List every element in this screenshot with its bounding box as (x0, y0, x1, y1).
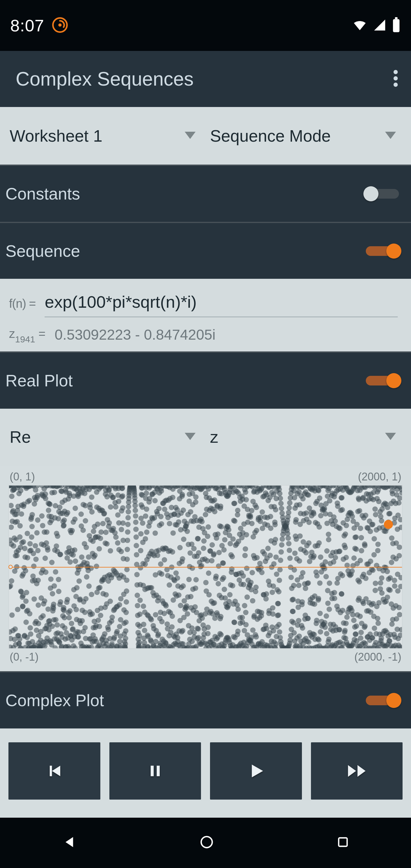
svg-point-1668 (333, 555, 338, 560)
svg-point-1822 (363, 513, 368, 518)
axis-origin-marker (8, 565, 13, 569)
svg-point-1392 (278, 550, 284, 555)
svg-point-1704 (340, 573, 345, 578)
svg-point-954 (192, 604, 198, 610)
svg-point-494 (102, 631, 107, 637)
svg-point-1857 (370, 635, 375, 641)
worksheet-dropdown[interactable]: Worksheet 1 (10, 107, 201, 164)
svg-point-1236 (248, 515, 253, 520)
play-button[interactable] (210, 742, 302, 800)
svg-point-602 (123, 620, 129, 625)
back-button[interactable] (62, 835, 77, 851)
svg-point-957 (193, 499, 198, 505)
worksheet-label: Worksheet 1 (10, 126, 102, 146)
svg-point-70 (19, 512, 24, 517)
svg-point-1630 (325, 601, 330, 606)
svg-point-692 (141, 622, 147, 627)
mode-dropdown[interactable]: Sequence Mode (201, 107, 401, 164)
svg-point-586 (120, 505, 125, 510)
svg-point-1590 (317, 611, 323, 616)
svg-point-1468 (293, 517, 299, 523)
sequence-toggle[interactable] (363, 242, 402, 260)
variable-dropdown[interactable]: z (201, 409, 401, 466)
svg-point-678 (138, 531, 144, 536)
svg-point-649 (133, 503, 138, 508)
svg-point-155 (35, 578, 41, 583)
svg-point-894 (181, 507, 186, 513)
svg-point-1905 (379, 590, 384, 596)
svg-point-265 (57, 504, 62, 510)
svg-point-237 (52, 583, 57, 589)
skip-previous-button[interactable] (8, 742, 100, 800)
svg-point-1775 (354, 623, 359, 629)
svg-point-1438 (287, 638, 293, 643)
svg-point-1486 (297, 502, 302, 507)
svg-point-1993 (397, 553, 402, 558)
fn-input[interactable] (44, 290, 398, 317)
svg-point-517 (106, 520, 112, 526)
svg-point-384 (81, 527, 86, 533)
svg-point-896 (181, 536, 187, 542)
svg-point-1377 (276, 601, 281, 607)
svg-point-1318 (264, 626, 270, 631)
svg-point-1753 (349, 568, 355, 574)
pause-button[interactable] (109, 742, 201, 800)
svg-point-1339 (268, 526, 273, 531)
svg-point-268 (58, 552, 63, 557)
svg-point-1349 (270, 605, 276, 611)
realplot-canvas[interactable] (8, 485, 403, 649)
svg-point-1294 (259, 570, 264, 575)
svg-point-1085 (218, 614, 224, 619)
svg-point-1039 (209, 558, 215, 563)
complexplot-toggle[interactable] (363, 691, 402, 710)
svg-point-1217 (244, 566, 250, 571)
svg-point-96 (24, 590, 29, 595)
svg-point-550 (113, 504, 119, 510)
constants-toggle[interactable] (363, 185, 402, 203)
svg-point-17 (9, 503, 14, 508)
fast-forward-button[interactable] (311, 742, 403, 800)
svg-point-1723 (344, 555, 349, 560)
svg-point-1266 (254, 505, 259, 510)
sequence-header: Sequence (0, 222, 411, 279)
svg-point-806 (163, 603, 169, 609)
svg-point-345 (73, 558, 78, 564)
component-dropdown[interactable]: Re (10, 409, 201, 466)
top-selectors: Worksheet 1 Sequence Mode (0, 107, 411, 164)
svg-point-1380 (276, 589, 281, 594)
svg-point-1559 (311, 553, 317, 559)
svg-point-1019 (205, 631, 211, 636)
svg-point-1020 (205, 624, 211, 630)
svg-point-149 (34, 530, 40, 535)
svg-point-458 (95, 521, 100, 527)
svg-point-1560 (311, 632, 317, 637)
svg-point-1622 (324, 613, 329, 619)
svg-point-1086 (218, 632, 224, 638)
svg-point-1201 (241, 582, 246, 587)
svg-point-1867 (372, 626, 377, 631)
svg-point-379 (80, 618, 85, 624)
svg-point-1635 (326, 637, 331, 642)
home-button[interactable] (200, 835, 213, 850)
svg-point-1481 (296, 618, 301, 623)
overflow-menu-button[interactable] (393, 70, 398, 88)
svg-point-839 (170, 549, 175, 555)
realplot-toggle[interactable] (363, 372, 402, 390)
svg-point-989 (199, 519, 204, 524)
svg-point-1772 (353, 631, 358, 637)
svg-point-269 (58, 599, 63, 604)
svg-point-5 (393, 76, 398, 81)
svg-point-1317 (264, 591, 269, 597)
svg-point-560 (115, 540, 121, 546)
z-prefix: z1941 = (9, 327, 45, 343)
svg-rect-2009 (339, 838, 347, 846)
recents-button[interactable] (337, 836, 349, 849)
svg-point-111 (27, 498, 32, 503)
svg-point-1452 (290, 609, 295, 614)
svg-point-1025 (207, 592, 212, 598)
svg-point-569 (117, 602, 122, 608)
svg-point-1847 (368, 558, 373, 564)
svg-point-428 (89, 494, 94, 500)
svg-point-1794 (357, 614, 363, 619)
svg-point-1701 (339, 495, 344, 501)
